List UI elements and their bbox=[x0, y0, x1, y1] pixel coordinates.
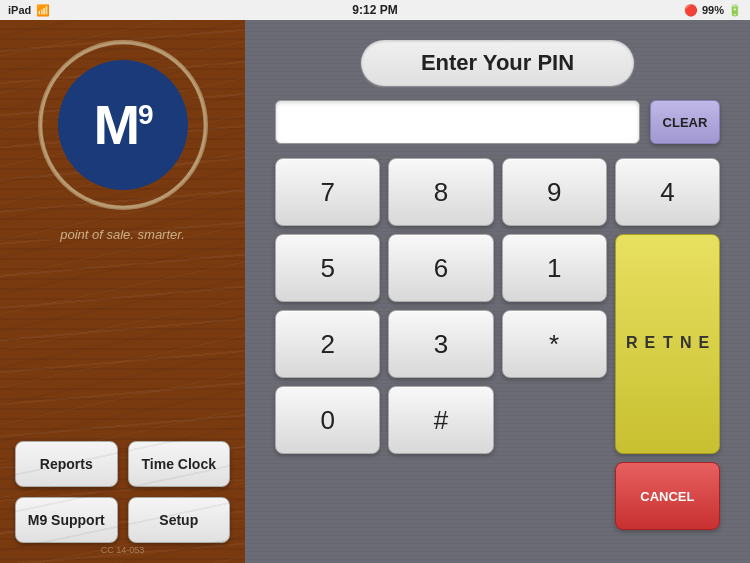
copyright: CC 14-053 bbox=[101, 545, 145, 555]
tagline: point of sale. smarter. bbox=[60, 227, 185, 242]
wifi-icon: 📶 bbox=[36, 4, 50, 17]
status-time: 9:12 PM bbox=[352, 3, 397, 17]
status-left: iPad 📶 bbox=[8, 4, 50, 17]
enter-button[interactable]: ENTER bbox=[615, 234, 720, 454]
logo-outer-ring: M9 bbox=[38, 40, 208, 210]
key-5[interactable]: 5 bbox=[275, 234, 380, 302]
key-1[interactable]: 1 bbox=[502, 234, 607, 302]
key-7[interactable]: 7 bbox=[275, 158, 380, 226]
device-label: iPad bbox=[8, 4, 31, 16]
status-right: 🔴 99% 🔋 bbox=[684, 4, 742, 17]
pin-title-container: Enter Your PIN bbox=[361, 40, 634, 86]
key-3[interactable]: 3 bbox=[388, 310, 493, 378]
logo-container: REGISTER PRO M9 bbox=[38, 40, 208, 210]
time-clock-button[interactable]: Time Clock bbox=[128, 441, 231, 487]
keypad: 7 8 9 ENTER 4 5 6 1 2 3 * 0 # CANCEL bbox=[275, 158, 720, 530]
cancel-button[interactable]: CANCEL bbox=[615, 462, 720, 530]
right-panel: Enter Your PIN CLEAR 7 8 9 ENTER 4 5 6 1… bbox=[245, 20, 750, 563]
logo-circle: M9 bbox=[58, 60, 188, 190]
logo-m9: M9 bbox=[93, 97, 151, 153]
status-bar: iPad 📶 9:12 PM 🔴 99% 🔋 bbox=[0, 0, 750, 20]
clear-button[interactable]: CLEAR bbox=[650, 100, 720, 144]
left-buttons: Reports Time Clock M9 Support Setup bbox=[15, 441, 230, 543]
setup-button[interactable]: Setup bbox=[128, 497, 231, 543]
key-8[interactable]: 8 bbox=[388, 158, 493, 226]
pin-input-row: CLEAR bbox=[275, 100, 720, 144]
key-hash[interactable]: # bbox=[388, 386, 493, 454]
key-star[interactable]: * bbox=[502, 310, 607, 378]
m9-support-button[interactable]: M9 Support bbox=[15, 497, 118, 543]
key-4[interactable]: 4 bbox=[615, 158, 720, 226]
pin-title: Enter Your PIN bbox=[421, 50, 574, 76]
battery-icon: 🔋 bbox=[728, 4, 742, 17]
key-0[interactable]: 0 bbox=[275, 386, 380, 454]
left-panel: REGISTER PRO M9 point of sale. smarter. … bbox=[0, 20, 245, 563]
key-9[interactable]: 9 bbox=[502, 158, 607, 226]
bluetooth-icon: 🔴 bbox=[684, 4, 698, 17]
main-layout: REGISTER PRO M9 point of sale. smarter. … bbox=[0, 20, 750, 563]
reports-button[interactable]: Reports bbox=[15, 441, 118, 487]
key-2[interactable]: 2 bbox=[275, 310, 380, 378]
battery-label: 99% bbox=[702, 4, 724, 16]
pin-input-field[interactable] bbox=[275, 100, 640, 144]
key-6[interactable]: 6 bbox=[388, 234, 493, 302]
